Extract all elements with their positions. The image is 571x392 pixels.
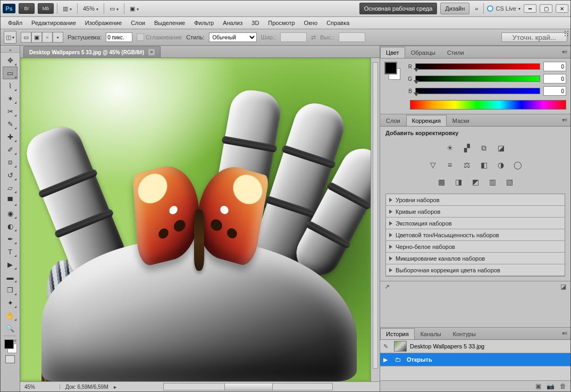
subtract-selection-button[interactable]: ▫ — [42, 32, 53, 43]
zoom-level[interactable]: 45% — [81, 5, 100, 12]
color-spectrum[interactable] — [410, 100, 566, 110]
tab-paths[interactable]: Контуры — [447, 328, 482, 339]
hand-tool[interactable]: ✋ — [3, 309, 18, 322]
path-select-tool[interactable]: ▶ — [3, 258, 18, 271]
cslive-button[interactable]: CS Live▾ — [487, 5, 520, 12]
move-tool[interactable]: ✥ — [3, 54, 18, 66]
color-balance-icon[interactable]: ⚖ — [461, 160, 473, 170]
new-selection-button[interactable]: ▭ — [21, 32, 31, 43]
crop-tool[interactable]: ✂ — [3, 105, 18, 118]
vertical-scrollbar[interactable] — [371, 58, 380, 381]
preset-item[interactable]: Микширование каналов наборов — [386, 253, 565, 264]
options-bar-grip[interactable] — [549, 31, 568, 44]
marquee-tool[interactable]: ▭ — [3, 66, 18, 79]
dodge-tool[interactable]: ◐ — [3, 220, 18, 232]
selective-color-icon[interactable]: ▧ — [503, 177, 515, 187]
tab-channels[interactable]: Каналы — [415, 328, 447, 339]
threshold-icon[interactable]: ◩ — [469, 177, 481, 187]
close-button[interactable]: ✕ — [556, 4, 568, 13]
hue-sat-icon[interactable]: ≡ — [444, 160, 456, 170]
status-doc-size[interactable]: Док: 6,59M/6,59M — [60, 384, 114, 390]
close-tab-icon[interactable]: × — [148, 49, 155, 55]
g-input[interactable] — [543, 74, 566, 84]
color-panel-fgbg[interactable] — [384, 62, 400, 80]
heal-tool[interactable]: ✚ — [3, 130, 18, 143]
history-brush-source-icon[interactable]: ✎ — [383, 343, 391, 350]
g-slider[interactable] — [415, 76, 540, 82]
vibrance-icon[interactable]: ▽ — [427, 160, 439, 170]
minibridge-button[interactable]: Mb — [38, 3, 54, 14]
gradient-tool[interactable]: ▀ — [3, 194, 18, 207]
menu-image[interactable]: Изображение — [81, 19, 126, 27]
bridge-button[interactable]: Br — [19, 3, 35, 14]
foreground-color-swatch[interactable] — [4, 339, 14, 349]
view-extras-menu[interactable]: ▭ — [107, 5, 121, 12]
history-snapshot[interactable]: ✎ Desktop Wallpapers 5 33.jpg — [380, 340, 570, 353]
brightness-icon[interactable]: ☀ — [444, 143, 456, 153]
preset-item[interactable]: Черно-белое наборов — [386, 241, 565, 253]
tab-layers[interactable]: Слои — [380, 115, 406, 126]
menu-help[interactable]: Справка — [322, 19, 354, 27]
preset-item[interactable]: Цветовой тон/Насыщенность наборов — [386, 229, 565, 241]
channel-mixer-icon[interactable]: ◯ — [512, 160, 524, 170]
posterize-icon[interactable]: ◨ — [452, 177, 464, 187]
gradient-map-icon[interactable]: ▥ — [486, 177, 498, 187]
stamp-tool[interactable]: ⧈ — [3, 156, 18, 169]
zoom-tool[interactable]: 🔍 — [3, 322, 18, 335]
menu-layer[interactable]: Слои — [127, 19, 149, 27]
panel-menu-icon[interactable]: ▾≡ — [560, 48, 569, 55]
panel-menu-icon[interactable]: ▾≡ — [560, 116, 569, 123]
workspace-main-button[interactable]: Основная рабочая среда — [359, 3, 438, 14]
new-doc-from-state-icon[interactable]: ▣ — [535, 382, 541, 390]
3d-camera-tool[interactable]: ✦ — [3, 296, 18, 309]
foreground-background-colors[interactable]: ⤭ — [3, 338, 17, 353]
r-slider[interactable] — [415, 63, 540, 70]
foreground-color-swatch[interactable] — [384, 62, 397, 74]
exposure-icon[interactable]: ◪ — [495, 143, 507, 153]
add-selection-button[interactable]: ▣ — [31, 32, 42, 43]
menu-filter[interactable]: Фильтр — [190, 19, 218, 27]
screen-mode-menu[interactable]: ▣ — [128, 5, 141, 12]
menu-view[interactable]: Просмотр — [264, 19, 299, 27]
menu-window[interactable]: Окно — [300, 19, 322, 27]
quick-select-tool[interactable]: ✶ — [3, 92, 18, 105]
new-snapshot-icon[interactable]: 📷 — [547, 382, 555, 390]
history-state[interactable]: ▶ 🗀 Открыть — [380, 353, 570, 366]
feather-input[interactable] — [106, 32, 132, 42]
preset-item[interactable]: Выборочная коррекция цвета наборов — [386, 264, 565, 276]
menu-file[interactable]: Файл — [4, 19, 27, 27]
workspace-more-button[interactable]: » — [473, 5, 480, 12]
b-input[interactable] — [543, 86, 566, 96]
preset-item[interactable]: Кривые наборов — [386, 206, 565, 218]
levels-icon[interactable]: ▞ — [461, 143, 473, 153]
preset-item[interactable]: Уровни наборов — [386, 194, 565, 206]
pen-tool[interactable]: ✒ — [3, 232, 18, 245]
doc-arrange-menu[interactable]: ▥ — [61, 5, 74, 12]
3d-tool[interactable]: ❒ — [3, 283, 18, 296]
brush-tool[interactable]: ✐ — [3, 143, 18, 156]
minimize-button[interactable]: ━ — [524, 4, 536, 13]
invert-icon[interactable]: ▩ — [435, 177, 447, 187]
menu-select[interactable]: Выделение — [150, 19, 189, 27]
r-input[interactable] — [543, 62, 566, 71]
status-zoom[interactable]: 45% — [20, 384, 60, 390]
horizontal-scrollbar[interactable] — [116, 383, 380, 390]
lasso-tool[interactable]: ⌇ — [3, 79, 18, 92]
delete-state-icon[interactable]: 🗑 — [560, 382, 566, 390]
style-select[interactable]: Обычный — [209, 32, 257, 42]
b-slider[interactable] — [415, 88, 540, 94]
tool-preset-picker[interactable]: ◫▾ — [4, 31, 16, 44]
maximize-button[interactable]: ▢ — [540, 4, 552, 13]
blur-tool[interactable]: ◉ — [3, 207, 18, 220]
swap-colors-icon[interactable]: ⤭ — [13, 338, 17, 343]
tab-color[interactable]: Цвет — [380, 47, 405, 58]
tools-collapse[interactable] — [1, 47, 20, 53]
menu-analysis[interactable]: Анализ — [219, 19, 247, 27]
tab-adjustments[interactable]: Коррекция — [406, 115, 447, 126]
panel-menu-icon[interactable]: ▾≡ — [560, 329, 569, 337]
intersect-selection-button[interactable]: ▪ — [53, 32, 63, 43]
clip-layer-icon[interactable]: ◪ — [560, 283, 566, 290]
menu-edit[interactable]: Редактирование — [27, 19, 80, 27]
eraser-tool[interactable]: ▱ — [3, 181, 18, 194]
eyedropper-tool[interactable]: ✎ — [3, 118, 18, 130]
